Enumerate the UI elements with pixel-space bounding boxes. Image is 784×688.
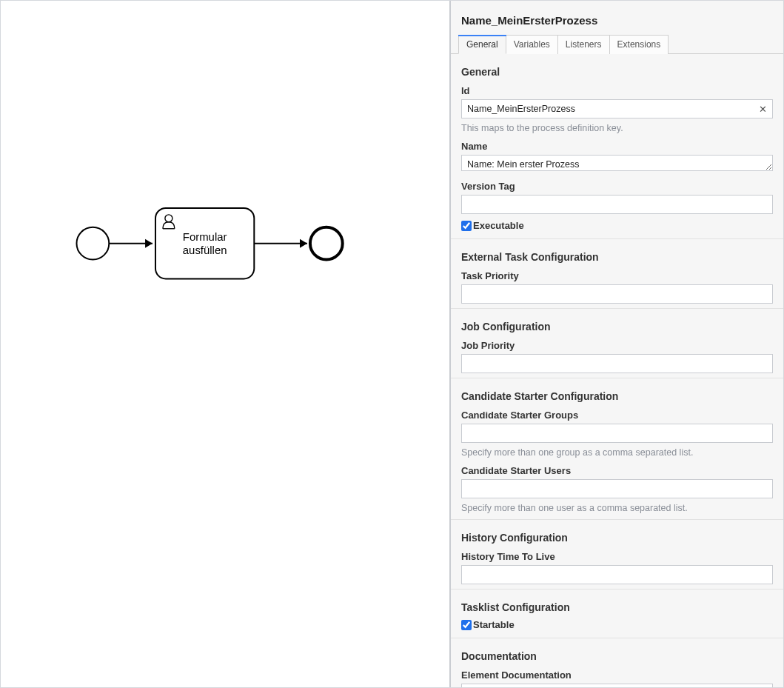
candidate-users-input[interactable] (461, 479, 773, 498)
candidate-users-hint: Specify more than one user as a comma se… (461, 503, 773, 513)
executable-row: Executable (461, 220, 773, 231)
candidate-users-label: Candidate Starter Users (461, 465, 773, 476)
job-priority-label: Job Priority (461, 340, 773, 351)
startable-row: Startable (461, 619, 773, 630)
executable-checkbox[interactable] (461, 221, 472, 231)
properties-panel: Name_MeinErsterProzess General Variables… (450, 1, 783, 687)
section-heading: Job Configuration (461, 321, 773, 333)
end-event[interactable] (310, 227, 343, 260)
startable-checkbox[interactable] (461, 620, 472, 630)
start-event[interactable] (76, 227, 109, 260)
section-tasklist: Tasklist Configuration Startable (451, 590, 783, 638)
task-label-line1: Formular (183, 230, 227, 243)
tab-variables[interactable]: Variables (506, 35, 558, 54)
section-documentation: Documentation Element Documentation (451, 638, 783, 687)
id-hint: This maps to the process definition key. (461, 123, 773, 133)
clear-icon[interactable]: ✕ (759, 104, 767, 114)
tab-bar: General Variables Listeners Extensions (451, 34, 783, 54)
name-label: Name (461, 141, 773, 152)
section-candidate: Candidate Starter Configuration Candidat… (451, 378, 783, 520)
tab-extensions[interactable]: Extensions (610, 35, 669, 54)
section-heading: General (461, 66, 773, 78)
element-doc-input[interactable] (461, 684, 773, 687)
section-heading: Candidate Starter Configuration (461, 390, 773, 402)
bpmn-diagram: Formular ausfüllen (1, 1, 449, 687)
name-input[interactable] (461, 155, 773, 171)
section-external-task: External Task Configuration Task Priorit… (451, 239, 783, 309)
version-tag-input[interactable] (461, 195, 773, 214)
tab-general[interactable]: General (458, 35, 506, 54)
diagram-canvas[interactable]: Formular ausfüllen (1, 1, 450, 687)
section-heading: History Configuration (461, 532, 773, 544)
task-priority-label: Task Priority (461, 270, 773, 281)
id-input-wrap: ✕ (461, 99, 773, 118)
app-frame: Formular ausfüllen Name_MeinErsterProzes… (0, 0, 784, 688)
section-heading: Documentation (461, 650, 773, 662)
version-tag-label: Version Tag (461, 181, 773, 192)
element-doc-label: Element Documentation (461, 669, 773, 681)
section-general: General Id ✕ This maps to the process de… (451, 54, 783, 239)
executable-label: Executable (473, 220, 524, 231)
section-heading: External Task Configuration (461, 251, 773, 263)
arrowhead-icon (145, 239, 153, 248)
candidate-groups-input[interactable] (461, 424, 773, 443)
panel-title: Name_MeinErsterProzess (451, 1, 783, 34)
task-label-line2: ausfüllen (183, 244, 227, 256)
job-priority-input[interactable] (461, 354, 773, 373)
history-ttl-label: History Time To Live (461, 551, 773, 562)
candidate-groups-label: Candidate Starter Groups (461, 410, 773, 421)
section-heading: Tasklist Configuration (461, 601, 773, 613)
id-label: Id (461, 85, 773, 96)
id-input[interactable] (461, 99, 773, 118)
history-ttl-input[interactable] (461, 565, 773, 584)
candidate-groups-hint: Specify more than one group as a comma s… (461, 447, 773, 458)
arrowhead-icon (300, 239, 307, 248)
task-priority-input[interactable] (461, 284, 773, 304)
startable-label: Startable (473, 619, 515, 630)
section-history: History Configuration History Time To Li… (451, 520, 783, 590)
tab-listeners[interactable]: Listeners (558, 35, 610, 54)
section-job: Job Configuration Job Priority (451, 309, 783, 378)
